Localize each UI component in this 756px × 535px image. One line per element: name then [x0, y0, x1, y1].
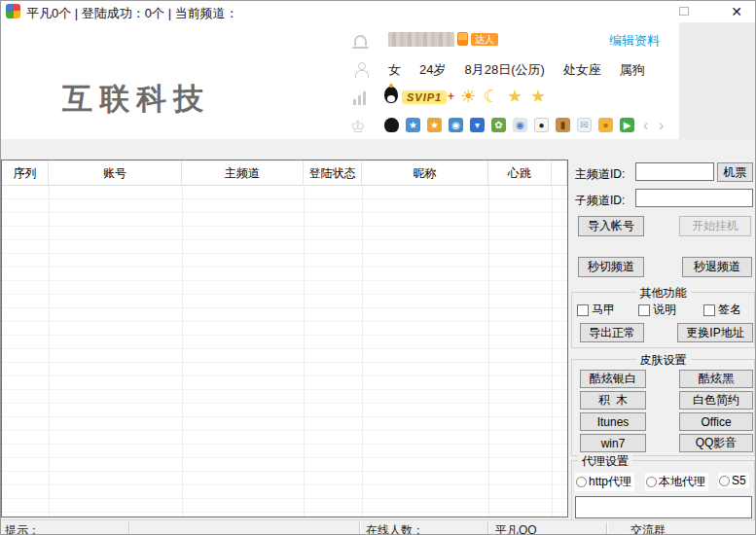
level-sun-icon: ☀: [460, 86, 476, 107]
statusbar-separator: [359, 522, 360, 534]
statusbar-separator: [487, 522, 488, 534]
phone-badge-icon: [457, 32, 468, 46]
bell-icon: [354, 35, 367, 46]
mail-icon[interactable]: ✉: [577, 118, 592, 132]
column-line: [552, 186, 553, 517]
local-proxy-radio[interactable]: 本地代理: [645, 473, 708, 491]
export-normal-button[interactable]: 导出正常: [580, 323, 644, 342]
skin-cool-silver-button[interactable]: 酷炫银白: [580, 370, 646, 388]
online-count-label: 在线人数：: [366, 522, 424, 535]
profile-row-levels: SVIP1 + ☀ ☾ ★ ★: [346, 89, 679, 112]
column-line: [362, 186, 363, 517]
level-star-icon: ★: [530, 86, 546, 107]
skin-office-button[interactable]: Office: [679, 412, 753, 431]
talent-badge: 达人: [471, 33, 498, 46]
redacted-nickname: [388, 32, 454, 47]
skin-itunes-button[interactable]: Itunes: [580, 412, 646, 431]
video-play-icon[interactable]: ▶: [620, 118, 634, 132]
s5-proxy-radio[interactable]: S5: [718, 473, 749, 488]
ticket-button[interactable]: 机票: [717, 162, 753, 182]
skin-blocks-button[interactable]: 积 木: [580, 391, 646, 410]
profile-row-info: 女 24岁 8月28日(公历) 处女座 属狗: [346, 60, 679, 84]
chevron-left-icon[interactable]: ‹: [643, 117, 648, 134]
column-header-login-status[interactable]: 登陆状态: [304, 160, 362, 186]
main-channel-label: 主频道ID:: [575, 166, 625, 183]
radio-icon: [719, 476, 730, 486]
gender: 女: [388, 61, 401, 79]
cow-icon[interactable]: ●: [534, 118, 549, 132]
coin-icon[interactable]: ●: [598, 118, 613, 132]
radio-icon: [646, 477, 657, 487]
qq-penguin-icon[interactable]: [384, 118, 399, 132]
hint-label: 提示：: [5, 522, 40, 535]
column-header-serial[interactable]: 序列: [2, 160, 49, 186]
column-header-nickname[interactable]: 昵称: [362, 160, 488, 186]
farm-icon[interactable]: ✿: [491, 118, 506, 132]
main-channel-input[interactable]: [635, 162, 714, 181]
wardrobe-icon[interactable]: ▮: [556, 118, 570, 132]
import-accounts-button[interactable]: 导入帐号: [578, 216, 644, 236]
age: 24岁: [419, 61, 446, 79]
chinese-zodiac: 属狗: [620, 61, 645, 79]
camera-icon[interactable]: ◉: [449, 118, 463, 132]
radio-icon: [576, 477, 587, 487]
vest-checkbox[interactable]: 马甲: [577, 302, 615, 318]
signature-checkbox[interactable]: 签名: [703, 302, 741, 318]
skin-win7-button[interactable]: win7: [580, 434, 646, 452]
zodiac: 处女座: [563, 61, 601, 79]
quick-switch-channel-button[interactable]: 秒切频道: [578, 257, 644, 277]
svip-badge: SVIP1: [402, 90, 447, 104]
edit-profile-link[interactable]: 编辑资料: [609, 32, 660, 50]
column-line: [49, 186, 50, 517]
table-header: 序列 账号 主频道 登陆状态 昵称 心跳: [2, 160, 567, 186]
security-shield-icon[interactable]: ▾: [470, 118, 485, 132]
profile-info: 女 24岁 8月28日(公历) 处女座 属狗: [388, 61, 645, 79]
top-panel: 互联科技 达人 编辑资料 女 24岁 8月28日(公历) 处女座 属狗 SVIP…: [1, 22, 756, 139]
s5-proxy-label: S5: [732, 474, 746, 487]
other-functions-group: 其他功能 马甲 说明 签名 导出正常 更换IP地址: [571, 292, 755, 348]
proxy-address-input[interactable]: [575, 496, 752, 518]
description-checkbox[interactable]: 说明: [638, 302, 676, 318]
skin-cool-black-button[interactable]: 酷炫黑: [679, 370, 753, 388]
profile-row-name: 达人 编辑资料: [346, 32, 679, 55]
maximize-icon: [679, 7, 689, 16]
column-header-account[interactable]: 账号: [49, 160, 182, 186]
chevron-right-icon[interactable]: ›: [659, 117, 664, 134]
app-name-label: 平凡QQ: [495, 522, 537, 535]
table-body-empty[interactable]: [2, 186, 567, 517]
account-table: 序列 账号 主频道 登陆状态 昵称 心跳: [1, 160, 568, 517]
sub-channel-input[interactable]: [635, 189, 753, 207]
checkbox-icon: [577, 304, 589, 316]
column-line: [304, 186, 305, 517]
maximize-button[interactable]: [668, 1, 700, 22]
skin-settings-group: 皮肤设置 酷炫银白 酷炫黑 积 木 白色简约 Itunes Office win…: [571, 359, 755, 456]
checkbox-icon: [703, 304, 715, 316]
level-moon-icon: ☾: [484, 86, 499, 107]
http-proxy-radio[interactable]: http代理: [575, 473, 634, 491]
level-star-icon: ★: [507, 86, 522, 107]
proxy-settings-title: 代理设置: [578, 453, 632, 470]
app-window: 平凡0个 | 登陆成功：0个 | 当前频道： ✕ 互联科技 达人 编辑资料 女 …: [0, 0, 756, 535]
column-header-heartbeat[interactable]: 心跳: [488, 160, 552, 186]
proxy-settings-group: 代理设置 http代理 本地代理 S5: [571, 460, 755, 519]
http-proxy-label: http代理: [589, 474, 631, 490]
statusbar-separator: [128, 522, 129, 534]
status-bar: 提示： 在线人数： 平凡QQ 交流群: [1, 519, 756, 535]
sub-channel-label: 子频道ID:: [575, 193, 625, 209]
column-header-channel[interactable]: 主频道: [182, 160, 304, 186]
close-button[interactable]: ✕: [721, 1, 752, 22]
blue-star-icon[interactable]: ★: [406, 118, 420, 132]
skin-white-simple-button[interactable]: 白色简约: [679, 391, 753, 410]
webcam-icon[interactable]: ◉: [513, 118, 527, 132]
gold-star-icon[interactable]: ★: [427, 118, 442, 132]
brand-logo: 互联科技: [62, 79, 210, 120]
checkbox-icon: [638, 304, 650, 316]
change-ip-button[interactable]: 更换IP地址: [677, 323, 753, 342]
other-functions-title: 其他功能: [636, 285, 691, 302]
column-header-filler: [552, 160, 567, 186]
column-line: [488, 186, 489, 517]
skin-qq-player-button[interactable]: QQ影音: [679, 434, 753, 452]
chat-group-label: 交流群: [630, 522, 666, 535]
quick-exit-channel-button[interactable]: 秒退频道: [682, 257, 752, 277]
start-hangup-button[interactable]: 开始挂机: [679, 216, 751, 236]
